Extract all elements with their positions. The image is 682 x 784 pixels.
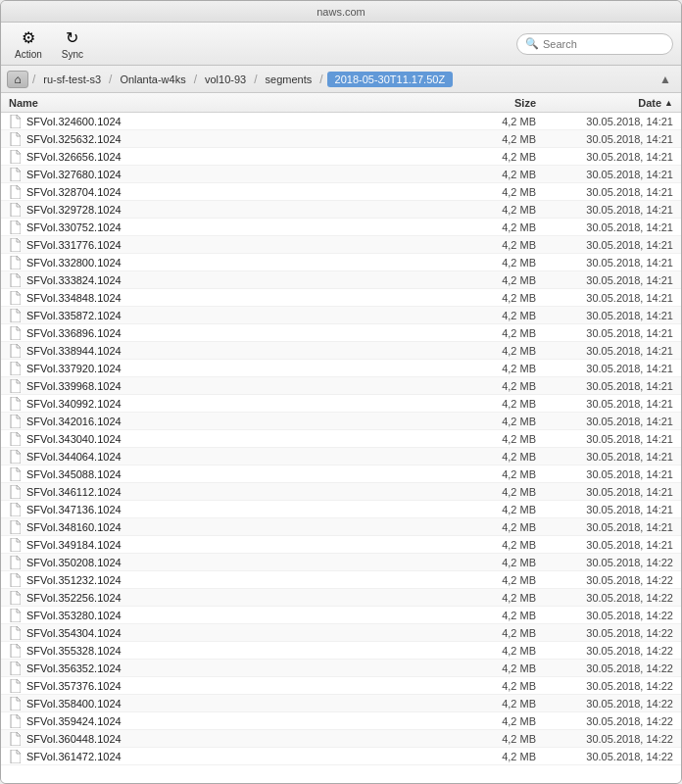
sync-label: Sync bbox=[62, 49, 83, 60]
table-row[interactable]: SFVol.356352.1024 4,2 MB 30.05.2018, 14:… bbox=[1, 660, 681, 677]
file-icon bbox=[9, 679, 23, 693]
file-name: SFVol.354304.1024 bbox=[26, 627, 467, 639]
table-row[interactable]: SFVol.354304.1024 4,2 MB 30.05.2018, 14:… bbox=[1, 624, 681, 642]
file-date: 30.05.2018, 14:21 bbox=[536, 169, 673, 180]
file-size: 4,2 MB bbox=[467, 451, 536, 463]
file-date: 30.05.2018, 14:21 bbox=[536, 151, 673, 163]
file-icon bbox=[9, 662, 23, 675]
file-date: 30.05.2018, 14:21 bbox=[536, 133, 673, 145]
table-row[interactable]: SFVol.361472.1024 4,2 MB 30.05.2018, 14:… bbox=[1, 748, 681, 765]
table-row[interactable]: SFVol.357376.1024 4,2 MB 30.05.2018, 14:… bbox=[1, 677, 681, 695]
action-icon: ⚙ bbox=[22, 28, 35, 47]
table-row[interactable]: SFVol.337920.1024 4,2 MB 30.05.2018, 14:… bbox=[1, 360, 681, 377]
breadcrumb-home-button[interactable]: ⌂ bbox=[7, 71, 28, 88]
file-date: 30.05.2018, 14:21 bbox=[536, 468, 673, 480]
table-row[interactable]: SFVol.329728.1024 4,2 MB 30.05.2018, 14:… bbox=[1, 201, 681, 219]
table-row[interactable]: SFVol.338944.1024 4,2 MB 30.05.2018, 14:… bbox=[1, 342, 681, 360]
table-row[interactable]: SFVol.333824.1024 4,2 MB 30.05.2018, 14:… bbox=[1, 271, 681, 289]
file-date: 30.05.2018, 14:21 bbox=[536, 327, 673, 339]
table-row[interactable]: SFVol.352256.1024 4,2 MB 30.05.2018, 14:… bbox=[1, 589, 681, 607]
breadcrumb-item-3[interactable]: segments bbox=[262, 72, 317, 87]
table-row[interactable]: SFVol.348160.1024 4,2 MB 30.05.2018, 14:… bbox=[1, 518, 681, 536]
file-date: 30.05.2018, 14:21 bbox=[536, 274, 673, 286]
file-date: 30.05.2018, 14:22 bbox=[536, 645, 673, 657]
file-name: SFVol.339968.1024 bbox=[26, 380, 467, 392]
action-button[interactable]: ⚙ Action bbox=[9, 26, 48, 62]
column-size-header[interactable]: Size bbox=[467, 97, 536, 109]
file-size: 4,2 MB bbox=[467, 221, 536, 233]
file-date: 30.05.2018, 14:21 bbox=[536, 398, 673, 410]
breadcrumb-sep-1: / bbox=[107, 73, 114, 86]
table-row[interactable]: SFVol.350208.1024 4,2 MB 30.05.2018, 14:… bbox=[1, 554, 681, 571]
file-size: 4,2 MB bbox=[467, 557, 536, 568]
file-size: 4,2 MB bbox=[467, 680, 536, 692]
table-row[interactable]: SFVol.353280.1024 4,2 MB 30.05.2018, 14:… bbox=[1, 607, 681, 624]
table-row[interactable]: SFVol.359424.1024 4,2 MB 30.05.2018, 14:… bbox=[1, 712, 681, 730]
file-name: SFVol.342016.1024 bbox=[26, 416, 467, 427]
sync-button[interactable]: ↻ Sync bbox=[56, 26, 89, 62]
file-icon bbox=[9, 626, 23, 640]
table-row[interactable]: SFVol.360448.1024 4,2 MB 30.05.2018, 14:… bbox=[1, 730, 681, 748]
table-row[interactable]: SFVol.358400.1024 4,2 MB 30.05.2018, 14:… bbox=[1, 695, 681, 712]
file-size: 4,2 MB bbox=[467, 662, 536, 674]
table-row[interactable]: SFVol.335872.1024 4,2 MB 30.05.2018, 14:… bbox=[1, 307, 681, 324]
table-row[interactable]: SFVol.328704.1024 4,2 MB 30.05.2018, 14:… bbox=[1, 183, 681, 201]
file-icon bbox=[9, 415, 23, 428]
file-date: 30.05.2018, 14:22 bbox=[536, 715, 673, 727]
breadcrumb-item-0[interactable]: ru-sf-test-s3 bbox=[39, 72, 105, 87]
table-row[interactable]: SFVol.347136.1024 4,2 MB 30.05.2018, 14:… bbox=[1, 501, 681, 518]
table-row[interactable]: SFVol.340992.1024 4,2 MB 30.05.2018, 14:… bbox=[1, 395, 681, 413]
breadcrumb-item-2[interactable]: vol10-93 bbox=[201, 72, 250, 87]
breadcrumb-item-1[interactable]: Onlanta-w4ks bbox=[116, 72, 189, 87]
file-size: 4,2 MB bbox=[467, 715, 536, 727]
table-row[interactable]: SFVol.334848.1024 4,2 MB 30.05.2018, 14:… bbox=[1, 289, 681, 307]
column-name-header[interactable]: Name bbox=[9, 97, 467, 109]
file-date: 30.05.2018, 14:22 bbox=[536, 698, 673, 710]
column-date-header[interactable]: Date ▲ bbox=[536, 97, 673, 109]
file-size: 4,2 MB bbox=[467, 116, 536, 127]
search-input[interactable] bbox=[543, 38, 664, 50]
table-row[interactable]: SFVol.332800.1024 4,2 MB 30.05.2018, 14:… bbox=[1, 254, 681, 271]
table-row[interactable]: SFVol.342016.1024 4,2 MB 30.05.2018, 14:… bbox=[1, 413, 681, 430]
file-icon bbox=[9, 644, 23, 658]
table-row[interactable]: SFVol.349184.1024 4,2 MB 30.05.2018, 14:… bbox=[1, 536, 681, 554]
file-date: 30.05.2018, 14:21 bbox=[536, 451, 673, 463]
file-date: 30.05.2018, 14:21 bbox=[536, 204, 673, 216]
table-row[interactable]: SFVol.327680.1024 4,2 MB 30.05.2018, 14:… bbox=[1, 166, 681, 183]
breadcrumb-item-4[interactable]: 2018-05-30T11.17.50Z bbox=[327, 72, 454, 87]
table-row[interactable]: SFVol.336896.1024 4,2 MB 30.05.2018, 14:… bbox=[1, 324, 681, 342]
file-name: SFVol.324600.1024 bbox=[26, 116, 467, 127]
file-size: 4,2 MB bbox=[467, 204, 536, 216]
file-icon bbox=[9, 132, 23, 146]
table-row[interactable]: SFVol.344064.1024 4,2 MB 30.05.2018, 14:… bbox=[1, 448, 681, 466]
table-row[interactable]: SFVol.339968.1024 4,2 MB 30.05.2018, 14:… bbox=[1, 377, 681, 395]
table-row[interactable]: SFVol.351232.1024 4,2 MB 30.05.2018, 14:… bbox=[1, 571, 681, 589]
file-size: 4,2 MB bbox=[467, 398, 536, 410]
table-row[interactable]: SFVol.330752.1024 4,2 MB 30.05.2018, 14:… bbox=[1, 219, 681, 236]
table-row[interactable]: SFVol.343040.1024 4,2 MB 30.05.2018, 14:… bbox=[1, 430, 681, 448]
file-name: SFVol.348160.1024 bbox=[26, 521, 467, 533]
file-icon bbox=[9, 750, 23, 763]
file-size: 4,2 MB bbox=[467, 504, 536, 515]
table-row[interactable]: SFVol.345088.1024 4,2 MB 30.05.2018, 14:… bbox=[1, 466, 681, 483]
file-size: 4,2 MB bbox=[467, 574, 536, 586]
table-row[interactable]: SFVol.326656.1024 4,2 MB 30.05.2018, 14:… bbox=[1, 148, 681, 166]
table-row[interactable]: SFVol.355328.1024 4,2 MB 30.05.2018, 14:… bbox=[1, 642, 681, 660]
table-row[interactable]: SFVol.346112.1024 4,2 MB 30.05.2018, 14:… bbox=[1, 483, 681, 501]
search-box[interactable]: 🔍 bbox=[516, 33, 673, 55]
breadcrumb-expand-button[interactable]: ▲ bbox=[656, 71, 675, 88]
table-row[interactable]: SFVol.325632.1024 4,2 MB 30.05.2018, 14:… bbox=[1, 130, 681, 148]
table-row[interactable]: SFVol.331776.1024 4,2 MB 30.05.2018, 14:… bbox=[1, 236, 681, 254]
file-date: 30.05.2018, 14:21 bbox=[536, 239, 673, 251]
file-size: 4,2 MB bbox=[467, 310, 536, 321]
file-icon bbox=[9, 609, 23, 622]
table-row[interactable]: SFVol.324600.1024 4,2 MB 30.05.2018, 14:… bbox=[1, 113, 681, 130]
file-icon bbox=[9, 362, 23, 375]
file-icon bbox=[9, 397, 23, 411]
file-name: SFVol.326656.1024 bbox=[26, 151, 467, 163]
file-name: SFVol.355328.1024 bbox=[26, 645, 467, 657]
file-size: 4,2 MB bbox=[467, 292, 536, 304]
file-icon bbox=[9, 203, 23, 217]
file-date: 30.05.2018, 14:21 bbox=[536, 433, 673, 445]
action-label: Action bbox=[15, 49, 42, 60]
